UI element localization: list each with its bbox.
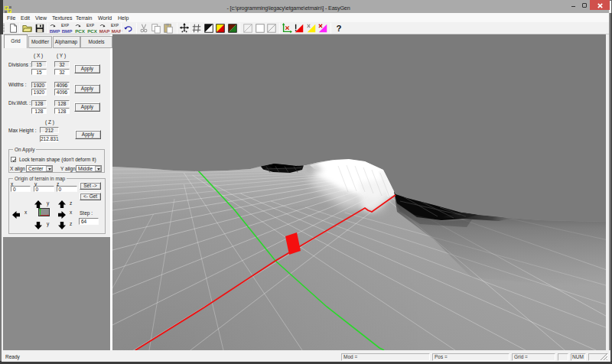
svg-text:BMP: BMP (50, 28, 60, 34)
svg-text:EXP: EXP (86, 23, 95, 28)
svg-text:PCX: PCX (75, 28, 86, 34)
svg-text:BMP: BMP (62, 28, 73, 34)
svg-text:EXP: EXP (111, 23, 119, 28)
svg-text:?: ? (337, 24, 342, 33)
svg-text:MAP: MAP (99, 28, 110, 34)
svg-text:PCX: PCX (87, 28, 98, 34)
svg-text:EXP: EXP (61, 23, 70, 28)
